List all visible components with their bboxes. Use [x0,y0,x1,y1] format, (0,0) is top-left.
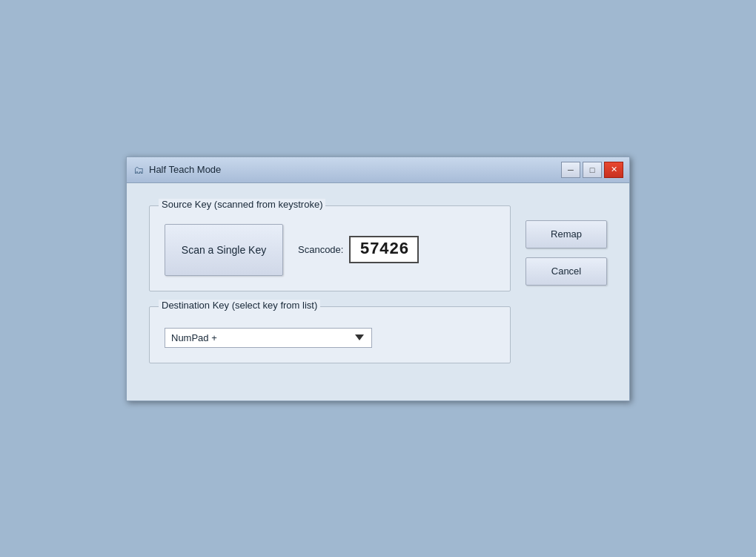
remap-button[interactable]: Remap [525,220,607,248]
source-key-group: Source Key (scanned from keystroke) Scan… [149,205,511,291]
destination-key-group: Destination Key (select key from list) N… [149,306,511,363]
destination-key-dropdown[interactable]: NumPad +NumPad -NumPad *NumPad /NumPad E… [165,328,372,348]
scan-single-key-button[interactable]: Scan a Single Key [165,224,283,276]
destination-key-label: Destination Key (select key from list) [159,300,320,311]
window-icon: 🗂 [133,164,145,176]
restore-button[interactable]: □ [583,162,602,178]
window: 🗂 Half Teach Mode ─ □ ✕ Source Key (scan… [126,156,630,401]
source-key-label: Source Key (scanned from keystroke) [159,199,325,210]
source-key-content: Scan a Single Key Scancode: 57426 [165,218,495,276]
main-layout: Source Key (scanned from keystroke) Scan… [149,205,607,378]
title-bar-left: 🗂 Half Teach Mode [133,164,221,176]
minimize-button[interactable]: ─ [561,162,580,178]
scancode-label: Scancode: [298,244,343,255]
destination-content: NumPad +NumPad -NumPad *NumPad /NumPad E… [165,319,495,348]
window-content: Source Key (scanned from keystroke) Scan… [127,183,629,401]
left-section: Source Key (scanned from keystroke) Scan… [149,205,511,378]
scancode-value: 57426 [349,236,419,263]
right-section: Remap Cancel [525,205,607,286]
cancel-button[interactable]: Cancel [525,257,607,286]
window-title: Half Teach Mode [149,164,221,175]
title-bar: 🗂 Half Teach Mode ─ □ ✕ [127,157,629,183]
scancode-area: Scancode: 57426 [298,236,419,263]
close-button[interactable]: ✕ [604,162,623,178]
title-buttons: ─ □ ✕ [561,162,623,178]
